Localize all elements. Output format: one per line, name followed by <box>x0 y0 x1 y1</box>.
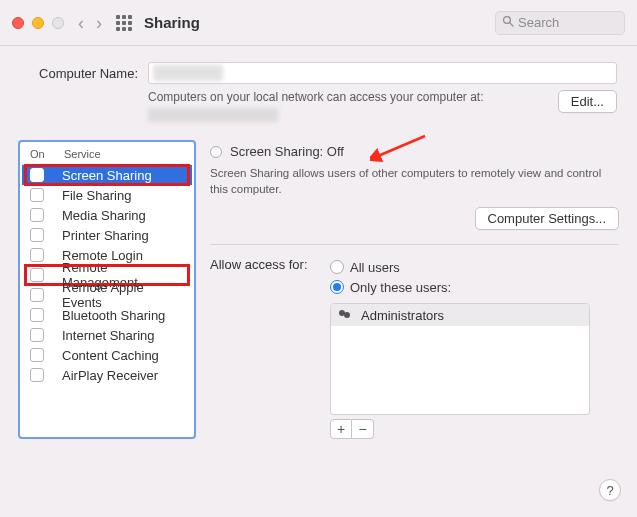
computer-hostname-redacted <box>148 108 278 122</box>
service-label: Bluetooth Sharing <box>62 308 165 323</box>
service-detail: Screen Sharing: Off Screen Sharing allow… <box>210 140 619 439</box>
forward-button: › <box>96 14 102 32</box>
svg-line-2 <box>378 136 425 156</box>
help-button[interactable]: ? <box>599 479 621 501</box>
user-name: Administrators <box>361 308 444 323</box>
service-row[interactable]: File Sharing <box>22 185 192 205</box>
service-checkbox[interactable] <box>30 168 44 182</box>
search-placeholder: Search <box>518 15 559 30</box>
divider <box>210 244 619 245</box>
service-row[interactable]: Bluetooth Sharing <box>22 305 192 325</box>
group-icon <box>339 310 353 320</box>
service-list: On Service Screen SharingFile SharingMed… <box>18 140 196 439</box>
service-label: Content Caching <box>62 348 159 363</box>
computer-name-section: Computer Name: Computers on your local n… <box>0 46 637 130</box>
search-icon <box>502 15 514 30</box>
service-checkbox[interactable] <box>30 328 44 342</box>
window-controls <box>12 17 64 29</box>
radio-icon <box>330 260 344 274</box>
radio-all-users[interactable]: All users <box>330 257 619 277</box>
service-row[interactable]: Media Sharing <box>22 205 192 225</box>
service-row[interactable]: Content Caching <box>22 345 192 365</box>
radio-only-users[interactable]: Only these users: <box>330 277 619 297</box>
service-checkbox[interactable] <box>30 268 44 282</box>
service-row[interactable]: Printer Sharing <box>22 225 192 245</box>
service-row[interactable]: Internet Sharing <box>22 325 192 345</box>
service-label: Printer Sharing <box>62 228 149 243</box>
titlebar: ‹ › Sharing Search <box>0 0 637 46</box>
service-checkbox[interactable] <box>30 368 44 382</box>
search-field[interactable]: Search <box>495 11 625 35</box>
service-label: Media Sharing <box>62 208 146 223</box>
service-row[interactable]: Screen Sharing <box>22 165 192 185</box>
column-service: Service <box>64 148 186 160</box>
radio-all-users-label: All users <box>350 260 400 275</box>
nav-arrows: ‹ › <box>78 14 102 32</box>
service-checkbox[interactable] <box>30 228 44 242</box>
service-label: Internet Sharing <box>62 328 155 343</box>
service-row[interactable]: Remote Apple Events <box>22 285 192 305</box>
minimize-window-button[interactable] <box>32 17 44 29</box>
service-description: Screen Sharing allows users of other com… <box>210 165 619 197</box>
radio-only-users-label: Only these users: <box>350 280 451 295</box>
computer-settings-button[interactable]: Computer Settings... <box>475 207 620 230</box>
add-remove-controls: + − <box>330 419 619 439</box>
status-prefix: Screen Sharing: <box>230 144 323 159</box>
computer-name-subtext: Computers on your local network can acce… <box>148 90 546 104</box>
annotation-arrow <box>370 134 430 167</box>
status-row: Screen Sharing: Off <box>210 144 619 159</box>
add-user-button[interactable]: + <box>330 419 352 439</box>
service-checkbox[interactable] <box>30 188 44 202</box>
edit-button[interactable]: Edit... <box>558 90 617 113</box>
service-label: AirPlay Receiver <box>62 368 158 383</box>
show-all-icon[interactable] <box>116 15 132 31</box>
user-row[interactable]: Administrators <box>331 304 589 326</box>
service-list-header: On Service <box>22 144 192 165</box>
close-window-button[interactable] <box>12 17 24 29</box>
service-label: Screen Sharing <box>62 168 152 183</box>
radio-icon <box>330 280 344 294</box>
back-button[interactable]: ‹ <box>78 14 84 32</box>
column-on: On <box>30 148 64 160</box>
pane-title: Sharing <box>144 14 200 31</box>
service-row[interactable]: AirPlay Receiver <box>22 365 192 385</box>
access-label: Allow access for: <box>210 257 320 439</box>
computer-name-field[interactable] <box>148 62 617 84</box>
status-indicator-icon <box>210 146 222 158</box>
status-value: Off <box>327 144 344 159</box>
service-checkbox[interactable] <box>30 308 44 322</box>
svg-line-1 <box>510 23 513 26</box>
service-checkbox[interactable] <box>30 348 44 362</box>
service-checkbox[interactable] <box>30 208 44 222</box>
user-list[interactable]: Administrators <box>330 303 590 415</box>
computer-name-label: Computer Name: <box>20 66 138 81</box>
service-checkbox[interactable] <box>30 248 44 262</box>
service-label: File Sharing <box>62 188 131 203</box>
zoom-window-button <box>52 17 64 29</box>
remove-user-button[interactable]: − <box>352 419 374 439</box>
service-checkbox[interactable] <box>30 288 44 302</box>
